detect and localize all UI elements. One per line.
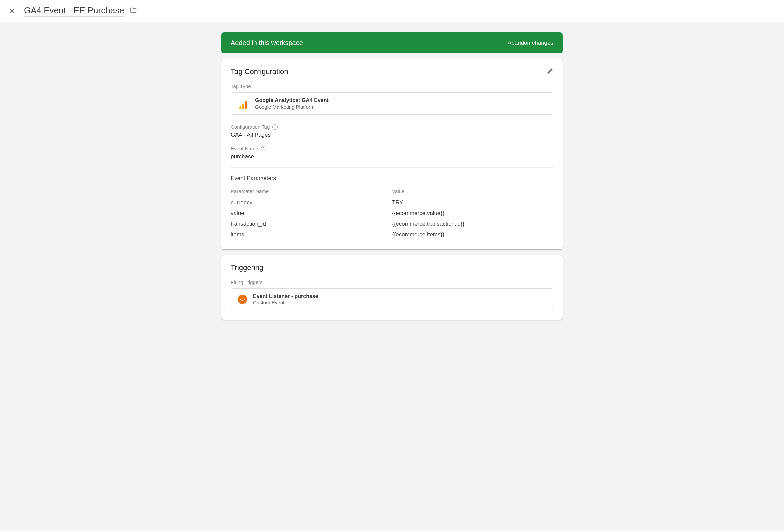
trigger-name: Event Listener - purchase [253,293,318,299]
param-name: value [230,210,392,217]
param-header-row: Parameter Name Value [230,188,554,194]
trigger-type: Custom Event [253,300,318,305]
pencil-icon [547,68,554,74]
tag-type-name: Google Analytics: GA4 Event [255,97,329,104]
trigger-selector[interactable]: <> Event Listener - purchase Custom Even… [230,288,554,310]
banner-message: Added in this workspace [230,39,303,47]
tag-type-info: Google Analytics: GA4 Event Google Marke… [255,97,329,110]
param-row: value {{ecommerce.value}} [230,208,554,219]
tag-configuration-card: Tag Configuration Tag Type Google Analyt… [221,59,563,249]
firing-triggers-label: Firing Triggers [230,279,554,285]
config-tag-value: GA4 - All Pages [230,132,554,138]
workspace-banner: Added in this workspace Abandon changes [221,32,563,53]
param-value: {{ecommerce.items}} [392,231,554,238]
tag-type-label: Tag Type [230,83,554,89]
edit-button[interactable] [547,68,554,76]
param-name: transaction_id [230,221,392,227]
param-value: {{ecommerce.value}} [392,210,554,217]
container: Added in this workspace Abandon changes … [221,32,563,320]
event-name-label: Event Name [230,146,258,151]
param-name-header: Parameter Name [230,188,392,194]
param-value: TRY [392,199,554,206]
page-header: GA4 Event - EE Purchase [0,0,784,22]
content-area: Added in this workspace Abandon changes … [0,22,784,531]
folder-icon[interactable] [130,7,137,15]
triggering-card: Triggering Firing Triggers <> Event List… [221,255,563,320]
event-name-field: Event Name ? purchase [230,146,554,160]
tag-config-header: Tag Configuration [230,67,554,76]
config-tag-field: Configuration Tag ? GA4 - All Pages [230,124,554,138]
tag-config-title: Tag Configuration [230,67,288,76]
abandon-changes-button[interactable]: Abandon changes [508,40,554,46]
param-value-header: Value [392,188,554,194]
param-name: currency [230,199,392,206]
help-icon[interactable]: ? [272,124,278,130]
triggering-title: Triggering [230,263,263,272]
config-tag-label: Configuration Tag [230,124,270,130]
param-row: currency TRY [230,197,554,208]
tag-type-selector[interactable]: Google Analytics: GA4 Event Google Marke… [230,92,554,115]
google-analytics-icon [237,98,248,109]
param-row: transaction_id {{ecommerce.transaction.i… [230,219,554,229]
event-params-title: Event Parameters [230,175,554,182]
divider [230,167,554,168]
tag-type-subtitle: Google Marketing Platform [255,104,329,110]
close-button[interactable] [8,7,16,15]
triggering-header: Triggering [230,263,554,272]
param-value: {{ecommerce.transaction.id}} [392,221,554,227]
help-icon[interactable]: ? [261,146,266,151]
custom-event-icon: <> [237,295,247,304]
event-name-value: purchase [230,153,554,160]
title-area: GA4 Event - EE Purchase [24,5,137,17]
trigger-info: Event Listener - purchase Custom Event [253,293,318,305]
param-row: items {{ecommerce.items}} [230,229,554,240]
event-params-table: Parameter Name Value currency TRY value … [230,188,554,240]
page-title[interactable]: GA4 Event - EE Purchase [24,5,124,17]
close-icon [9,8,15,14]
param-name: items [230,231,392,238]
